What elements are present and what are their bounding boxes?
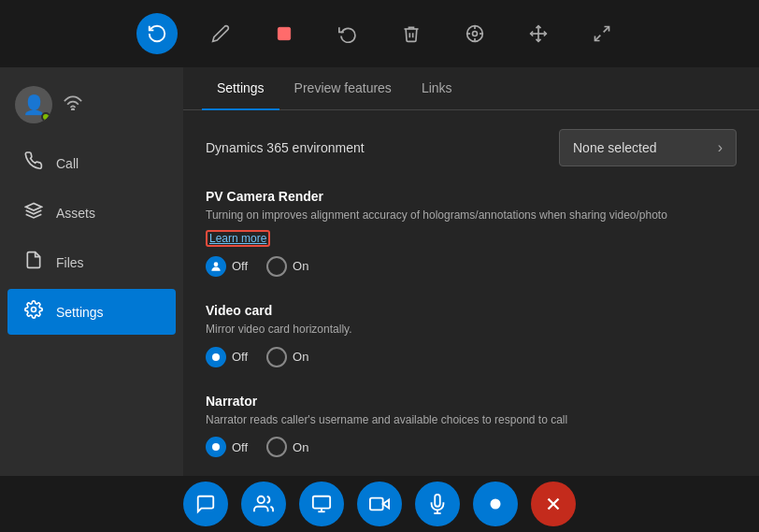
narrator-on-option[interactable]: On: [266, 437, 308, 457]
mic-button[interactable]: [415, 482, 460, 526]
tab-links[interactable]: Links: [407, 67, 467, 110]
pv-camera-desc: Turning on improves alignment accuracy o…: [206, 208, 737, 223]
end-call-button[interactable]: [531, 482, 576, 526]
bottom-bar: [0, 476, 759, 532]
video-card-on-option[interactable]: On: [266, 347, 308, 367]
narrator-off-label: Off: [232, 440, 248, 454]
content-area: Settings Preview features Links Dynamics…: [183, 67, 759, 476]
chat-button[interactable]: [183, 482, 228, 526]
participants-button[interactable]: [241, 482, 286, 526]
screen-share-button[interactable]: [299, 482, 344, 526]
pv-camera-on-radio[interactable]: [266, 256, 287, 277]
video-card-row: Video card Mirror video card horizontall…: [206, 303, 737, 367]
dynamics-row: Dynamics 365 environment None selected ›: [206, 129, 737, 166]
settings-icon: [22, 300, 45, 324]
learn-more-link[interactable]: Learn more: [206, 230, 270, 247]
svg-point-12: [32, 308, 36, 312]
svg-point-14: [258, 496, 265, 503]
sidebar-item-label-settings: Settings: [56, 305, 104, 320]
narrator-on-radio[interactable]: [266, 437, 287, 457]
sidebar-nav: Call Assets Files Settings: [0, 138, 183, 476]
sidebar-item-label-call: Call: [56, 156, 79, 171]
video-card-off-label: Off: [232, 350, 248, 364]
sidebar-item-settings[interactable]: Settings: [7, 289, 176, 335]
fit-button[interactable]: [581, 13, 623, 54]
sidebar-item-label-assets: Assets: [56, 206, 95, 221]
tabs-bar: Settings Preview features Links: [183, 67, 759, 110]
svg-line-9: [604, 27, 609, 33]
sidebar-item-label-files: Files: [56, 255, 84, 270]
video-button[interactable]: [357, 482, 402, 526]
tab-settings[interactable]: Settings: [202, 67, 279, 110]
svg-point-2: [473, 32, 478, 36]
sidebar-item-files[interactable]: Files: [7, 239, 176, 285]
video-card-on-radio[interactable]: [266, 347, 287, 367]
assets-icon: [22, 201, 45, 224]
call-icon: [22, 151, 45, 175]
pv-camera-off-label: Off: [232, 259, 248, 273]
pv-camera-off-option[interactable]: Off: [206, 256, 248, 277]
svg-rect-15: [313, 496, 330, 509]
tab-preview[interactable]: Preview features: [279, 67, 407, 110]
record-button[interactable]: [473, 482, 518, 526]
narrator-on-label: On: [293, 440, 308, 454]
video-card-desc: Mirror video card horizontally.: [206, 322, 737, 338]
narrator-off-radio[interactable]: [206, 437, 226, 457]
video-card-off-radio[interactable]: [206, 347, 226, 367]
narrator-title: Narrator: [206, 394, 737, 409]
video-card-controls: Off On: [206, 347, 737, 367]
narrator-off-option[interactable]: Off: [206, 437, 248, 457]
svg-line-10: [595, 36, 601, 41]
signal-icon: [64, 95, 82, 115]
online-indicator: [41, 112, 50, 122]
svg-marker-18: [383, 499, 389, 508]
svg-point-22: [491, 499, 501, 510]
top-toolbar: [0, 0, 759, 67]
dynamics-label: Dynamics 365 environment: [206, 140, 365, 155]
settings-body: Dynamics 365 environment None selected ›…: [183, 110, 759, 476]
chevron-right-icon: ›: [718, 139, 723, 156]
avatar-section: 👤: [0, 79, 183, 138]
files-icon: [22, 251, 45, 274]
pv-camera-on-label: On: [293, 259, 308, 273]
rotate-button[interactable]: [327, 13, 368, 54]
sidebar-item-call[interactable]: Call: [7, 140, 176, 186]
move-button[interactable]: [518, 13, 559, 54]
shape-button[interactable]: [264, 13, 305, 54]
narrator-row: Narrator Narrator reads caller's usernam…: [206, 394, 737, 458]
pv-camera-controls: Off On: [206, 256, 737, 277]
sidebar: 👤 Call Assets: [0, 67, 183, 476]
pv-camera-row: PV Camera Render Turning on improves ali…: [206, 189, 737, 277]
svg-point-13: [214, 262, 219, 266]
video-card-title: Video card: [206, 303, 737, 318]
svg-rect-0: [278, 27, 290, 39]
svg-rect-19: [370, 498, 383, 510]
main-area: 👤 Call Assets: [0, 67, 759, 476]
pv-camera-off-radio[interactable]: [206, 256, 226, 277]
svg-point-11: [72, 108, 75, 110]
pen-button[interactable]: [200, 13, 241, 54]
video-card-on-label: On: [293, 350, 308, 364]
dynamics-dropdown[interactable]: None selected ›: [559, 129, 737, 166]
trash-button[interactable]: [391, 13, 432, 54]
undo-button[interactable]: [136, 13, 178, 54]
pv-camera-title: PV Camera Render: [206, 189, 737, 204]
video-card-off-option[interactable]: Off: [206, 347, 248, 367]
narrator-controls: Off On: [206, 437, 737, 457]
sidebar-item-assets[interactable]: Assets: [7, 190, 176, 236]
narrator-desc: Narrator reads caller's username and ava…: [206, 412, 737, 428]
pv-camera-on-option[interactable]: On: [266, 256, 308, 277]
target-button[interactable]: [454, 13, 495, 54]
dynamics-value: None selected: [573, 140, 657, 155]
avatar: 👤: [15, 86, 52, 123]
